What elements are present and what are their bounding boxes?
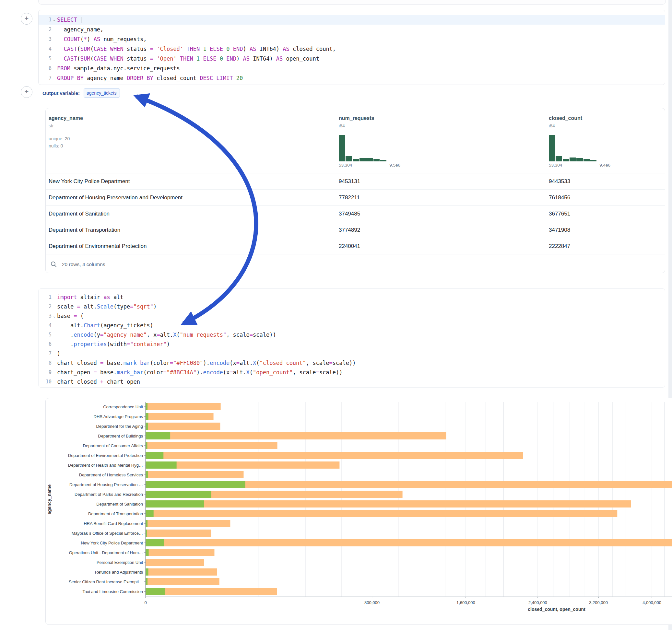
code-line[interactable]: 5 CAST(SUM(CASE WHEN status = 'Open' THE… (39, 54, 665, 64)
code-line[interactable]: 3⌄base = ( (39, 311, 665, 321)
code-text: chart_closed + chart_open (57, 377, 140, 387)
y-axis-label: Refunds and Adjustments (95, 570, 143, 575)
code-line[interactable]: 2 agency_name, (39, 25, 665, 34)
table-header: agency_namestrunique: 20nulls: 0num_requ… (46, 108, 665, 173)
code-line[interactable]: 4 CAST(SUM(CASE WHEN status = 'Closed' T… (39, 44, 665, 54)
code-text: import altair as alt (57, 293, 123, 302)
code-line[interactable]: 3 COUNT(*) AS num_requests, (39, 34, 665, 44)
table-cell: 3677651 (549, 211, 570, 217)
code-line[interactable]: 1⌄SELECT (39, 15, 665, 25)
collapse-chevron-icon[interactable]: ⌄ (51, 15, 57, 25)
table-cell: 7782211 (339, 194, 360, 201)
line-number: 7 (39, 349, 51, 358)
chevron-spacer (51, 54, 57, 64)
bar-closed-count (146, 422, 220, 430)
code-line[interactable]: 6 .properties(width="container") (39, 340, 665, 349)
bar-closed-count (146, 578, 219, 585)
line-number: 10 (39, 377, 51, 387)
search-icon[interactable] (50, 261, 57, 268)
code-line[interactable]: 5 .encode(y="agency_name", x=alt.X("num_… (39, 330, 665, 340)
add-cell-button[interactable]: + (21, 86, 32, 98)
y-axis-label: Department of Sanitation (96, 502, 143, 507)
table-body: New York City Police Department945313194… (46, 173, 665, 254)
python-editor[interactable]: 1import altair as alt2scale = alt.Scale(… (38, 288, 665, 388)
bar-closed-count (146, 549, 214, 556)
bar-open-count (146, 588, 165, 595)
text-cursor (81, 17, 81, 23)
chevron-spacer (51, 377, 57, 387)
line-number: 4 (39, 44, 51, 54)
code-line[interactable]: 6FROM sample_data.nyc.service_requests (39, 64, 665, 73)
column-header-num_requests[interactable]: num_requestsi6453,3049.5e6 (339, 115, 416, 168)
table-row[interactable]: Department of Housing Preservation and D… (46, 189, 665, 205)
bar-closed-count (146, 432, 446, 439)
sql-editor[interactable]: 1⌄SELECT 2 agency_name,3 COUNT(*) AS num… (38, 10, 665, 85)
table-cell: 7618456 (549, 194, 570, 201)
bar-closed-count (146, 539, 672, 547)
column-header-closed_count[interactable]: closed_counti6453,3049.4e6 (549, 115, 627, 168)
table-row[interactable]: Department of Sanitation37494853677651 (46, 205, 665, 222)
chevron-spacer (51, 64, 57, 73)
code-text: chart_closed = base.mark_bar(color="#FFC… (57, 358, 356, 368)
x-axis-tick-label: 800,000 (364, 600, 380, 605)
bar-open-count (146, 568, 148, 576)
y-axis-label: Department of Consumer Affairs (83, 443, 143, 448)
code-line[interactable]: 7GROUP BY agency_name ORDER BY closed_co… (39, 73, 665, 83)
bar-open-count (146, 442, 147, 449)
code-line[interactable]: 8chart_closed = base.mark_bar(color="#FF… (39, 358, 665, 368)
chevron-spacer (51, 73, 57, 83)
bar-open-count (146, 549, 149, 556)
code-line[interactable]: 1import altair as alt (39, 293, 665, 302)
bar-open-count (146, 461, 177, 468)
column-stat: unique: 20 (49, 136, 126, 141)
column-type: i64 (339, 123, 416, 128)
results-table: agency_namestrunique: 20nulls: 0num_requ… (45, 108, 665, 273)
table-row[interactable]: Department of Transportation377489234719… (46, 222, 665, 238)
chart-output-card: Correspondence UnitDHS Advantage Program… (45, 398, 672, 625)
y-axis-label: Senior Citizen Rent Increase Exempti… (69, 579, 143, 584)
table-cell: 9443533 (549, 178, 570, 185)
y-axis-title: agency_name (47, 484, 52, 514)
add-cell-button[interactable]: + (21, 13, 32, 25)
code-line[interactable]: 9chart_open = base.mark_bar(color="#8BC3… (39, 368, 665, 377)
bar-open-count (146, 578, 147, 585)
y-axis-label: Department of Homeless Services (79, 472, 143, 477)
output-variable-chip[interactable]: agency_tickets (83, 89, 120, 98)
column-histogram (339, 135, 400, 162)
column-name: agency_name (49, 115, 126, 121)
code-line[interactable]: 4 alt.Chart(agency_tickets) (39, 321, 665, 330)
code-line[interactable]: 2scale = alt.Scale(type="sqrt") (39, 302, 665, 311)
code-line[interactable]: 7) (39, 349, 665, 358)
column-header-agency_name[interactable]: agency_namestrunique: 20nulls: 0 (49, 115, 126, 148)
code-line[interactable]: 10chart_closed + chart_open (39, 377, 665, 387)
line-number: 1 (39, 293, 51, 302)
chevron-spacer (51, 358, 57, 368)
code-text: base = ( (57, 311, 83, 321)
y-axis-label: Department of Housing Preservation … (69, 482, 143, 487)
chevron-spacer (51, 330, 57, 340)
x-axis-tick-label: 2,400,000 (528, 600, 547, 605)
y-axis-label: DHS Advantage Programs (94, 414, 143, 419)
line-number: 5 (39, 330, 51, 340)
table-cell: Department of Sanitation (49, 211, 110, 217)
collapse-chevron-icon[interactable]: ⌄ (51, 311, 57, 321)
table-row[interactable]: New York City Police Department945313194… (46, 173, 665, 189)
table-footer: 20 rows, 4 columns (46, 254, 665, 273)
chevron-spacer (51, 25, 57, 34)
y-axis-label: Department of Buildings (98, 434, 143, 438)
row-count-label: 20 rows, 4 columns (62, 262, 105, 267)
y-axis-label: Department for the Aging (96, 424, 143, 429)
bar-open-count (146, 539, 164, 547)
x-axis-title: closed_count, open_count (528, 607, 585, 612)
bar-closed-count (146, 559, 204, 566)
bar-open-count (146, 403, 147, 410)
line-number: 7 (39, 73, 51, 83)
table-row[interactable]: Department of Environmental Protection22… (46, 238, 665, 254)
table-cell: 3471908 (549, 227, 570, 233)
bar-closed-count (146, 520, 230, 527)
y-axis-label: Operations Unit - Department of Hom… (69, 550, 143, 555)
y-axis-label: HRA Benefit Card Replacement (83, 521, 143, 526)
bar-open-count (146, 452, 163, 459)
chevron-spacer (51, 302, 57, 311)
bar-open-count (146, 520, 147, 527)
